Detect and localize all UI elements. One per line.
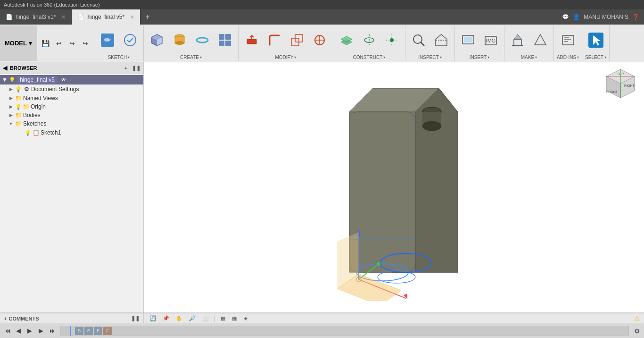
undo-button[interactable]: ↩ xyxy=(53,38,65,49)
svg-text:✏: ✏ xyxy=(104,35,111,45)
timeline-item-3[interactable]: E xyxy=(94,327,102,335)
warning-icon[interactable]: ⚠ xyxy=(634,315,640,322)
browser-add-button[interactable]: + xyxy=(122,64,130,72)
create-label[interactable]: CREATE ▾ xyxy=(180,55,202,60)
addins-label[interactable]: ADD-INS ▾ xyxy=(557,55,579,60)
timeline-prev-button[interactable]: ◀ xyxy=(13,326,24,336)
timeline-item-4[interactable]: F xyxy=(103,327,112,335)
root-eye-icon[interactable]: 👁 xyxy=(61,76,66,83)
browser-item-sketches[interactable]: ▼ 📁 Sketches xyxy=(0,119,143,128)
construct-axis-button[interactable] xyxy=(359,31,380,50)
new-tab-button[interactable]: + xyxy=(140,9,154,25)
finish-sketch-button[interactable] xyxy=(120,31,140,50)
construct-plane-button[interactable] xyxy=(336,31,357,50)
nav-orbit-button[interactable]: 🔄 xyxy=(148,315,158,322)
finish-sketch-icon xyxy=(123,33,138,48)
nav-fit-button[interactable]: ⬜ xyxy=(200,315,211,322)
insert-decal-button[interactable]: IMG xyxy=(480,31,501,50)
construct-label[interactable]: CONSTRUCT ▾ xyxy=(353,55,386,60)
tab-hinge-final-v5[interactable]: 📄 hinge_final v5* ✕ xyxy=(72,9,140,25)
sketch-icon: ✏ xyxy=(100,33,115,48)
tab-close-2[interactable]: ✕ xyxy=(130,14,134,20)
make-items xyxy=(507,26,551,54)
timeline-next-button[interactable]: ▶ xyxy=(36,326,46,336)
browser-item-sketch1[interactable]: 💡 📋 Sketch1 xyxy=(0,128,143,137)
make-label[interactable]: MAKE ▾ xyxy=(521,55,537,60)
timeline: ⏮ ◀ ▶ ▶ ⏭ S E E F ⚙ xyxy=(0,323,644,338)
notification-icon[interactable]: 💬 xyxy=(562,14,569,20)
create-cylinder-button[interactable] xyxy=(169,31,190,50)
nav-zoom-button[interactable]: 🔎 xyxy=(187,315,198,322)
insert-canvas-button[interactable] xyxy=(458,31,479,50)
browser-item-doc-settings[interactable]: ▶ 💡 ⚙ Document Settings xyxy=(0,84,143,94)
nav-pan-button[interactable]: ✋ xyxy=(174,315,184,322)
browser-collapse-button[interactable]: ◀ xyxy=(3,65,7,71)
label-origin: Origin xyxy=(31,103,46,110)
display-mode-button[interactable]: ▦ xyxy=(219,315,227,322)
account-icon[interactable]: 👤 xyxy=(573,14,580,20)
comments-add-button[interactable]: + xyxy=(4,316,7,321)
tab-close-1[interactable]: ✕ xyxy=(61,14,66,20)
insert-label[interactable]: INSERT ▾ xyxy=(470,55,490,60)
comments-collapse-button[interactable]: ❚❚ xyxy=(131,315,140,321)
nav-pan-capture-button[interactable]: 📌 xyxy=(161,315,171,322)
icon-doc-settings: ⚙ xyxy=(23,85,30,93)
save-button[interactable]: 💾 xyxy=(40,38,51,49)
make-section: MAKE ▾ xyxy=(504,25,554,61)
construct-point-button[interactable] xyxy=(381,31,402,50)
modify-label[interactable]: MODIFY ▾ xyxy=(275,55,297,60)
browser-item-named-views[interactable]: ▶ 📁 Named Views xyxy=(0,94,143,102)
label-named-views: Named Views xyxy=(23,95,58,101)
browser-more-button[interactable]: ❚❚ xyxy=(132,64,140,72)
select-button[interactable] xyxy=(586,31,606,50)
label-sketches: Sketches xyxy=(23,120,46,127)
browser-item-bodies[interactable]: ▶ 📁 Bodies xyxy=(0,111,143,119)
timeline-content[interactable]: S E E F xyxy=(60,326,629,336)
tab-hinge-final3[interactable]: 📄 hinge_final3 v1* ✕ xyxy=(0,9,72,25)
timeline-play-button[interactable]: ▶ xyxy=(25,326,35,336)
view-grid-button[interactable]: ⊞ xyxy=(241,315,249,322)
timeline-item-1[interactable]: S xyxy=(75,327,83,335)
root-label: hinge_final v5 xyxy=(17,76,58,84)
combine-button[interactable] xyxy=(287,31,307,50)
viewport[interactable]: TOP RIGHT FRONT xyxy=(144,62,644,313)
measure-button[interactable] xyxy=(309,31,330,50)
nav-pan-capture-icon: 📌 xyxy=(163,315,169,321)
svg-text:IMG: IMG xyxy=(486,38,496,43)
bulb-origin: 💡 xyxy=(15,104,22,110)
press-pull-button[interactable] xyxy=(241,31,262,50)
timeline-last-button[interactable]: ⏭ xyxy=(47,326,58,336)
make-3d-print-button[interactable] xyxy=(507,31,528,50)
create-torus-button[interactable] xyxy=(192,31,213,50)
timeline-item-2[interactable]: E xyxy=(84,327,93,335)
timeline-settings-button[interactable]: ⚙ xyxy=(632,326,642,336)
model-label: MODEL xyxy=(5,40,27,47)
inspect-measure-button[interactable] xyxy=(408,31,429,50)
construct-section: CONSTRUCT ▾ xyxy=(333,25,405,61)
fillet-button[interactable] xyxy=(264,31,285,50)
inspect-label[interactable]: INSPECT ▾ xyxy=(418,55,441,60)
create-more-button[interactable] xyxy=(215,31,235,50)
help-icon[interactable]: ❓ xyxy=(632,14,639,20)
select-label[interactable]: SELECT ▾ xyxy=(585,55,606,60)
svg-line-29 xyxy=(421,42,424,46)
svg-point-2 xyxy=(124,34,136,46)
sketch-button[interactable]: ✏ xyxy=(97,31,118,50)
nav-fit-icon: ⬜ xyxy=(202,315,209,321)
section-analysis-button[interactable] xyxy=(431,31,452,50)
model-dropdown[interactable]: MODEL ▾ xyxy=(0,25,37,61)
create-box-button[interactable] xyxy=(147,31,167,50)
browser-header-buttons: + ❚❚ xyxy=(122,64,140,72)
make-laser-button[interactable] xyxy=(530,31,551,50)
browser-root-item[interactable]: ▼ 💡 hinge_final v5 👁 xyxy=(0,75,143,84)
toolbar: MODEL ▾ 💾 ↩ ↪ ↪ ✏ SKETCH ▾ xyxy=(0,25,644,62)
sketch-label[interactable]: SKETCH ▾ xyxy=(108,55,130,60)
browser-item-origin[interactable]: ▶ 💡 📁 Origin xyxy=(0,102,143,111)
addins-scripts-button[interactable] xyxy=(558,31,578,50)
grid-button[interactable]: ▦ xyxy=(230,315,239,322)
redo-button[interactable]: ↪ xyxy=(66,38,78,49)
timeline-first-button[interactable]: ⏮ xyxy=(2,326,12,336)
app-title: Autodesk Fusion 360 (Education License) xyxy=(4,2,100,8)
viewcube[interactable]: TOP RIGHT FRONT xyxy=(602,67,639,105)
redo-button-2[interactable]: ↪ xyxy=(80,38,91,49)
